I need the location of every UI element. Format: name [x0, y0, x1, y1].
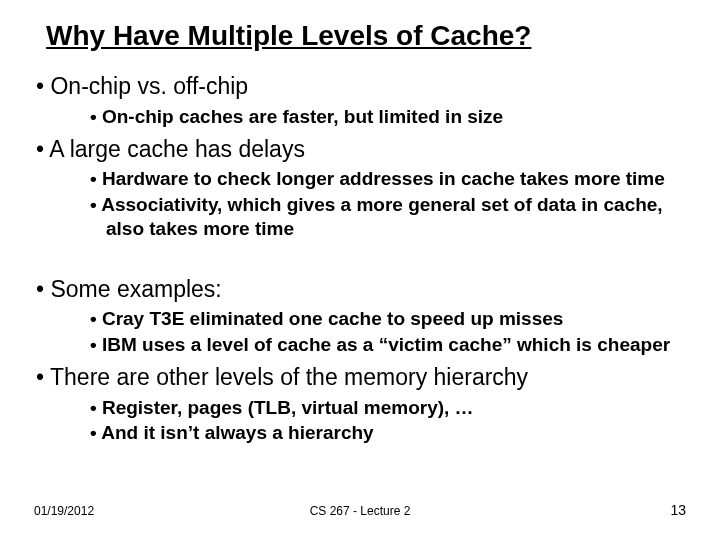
sub-item: IBM uses a level of cache as a “victim c…: [88, 333, 702, 357]
sub-list: Hardware to check longer addresses in ca…: [54, 167, 702, 240]
bullet-text: On-chip vs. off-chip: [50, 73, 248, 99]
sub-list: Cray T3E eliminated one cache to speed u…: [54, 307, 702, 357]
slide-title: Why Have Multiple Levels of Cache?: [46, 20, 531, 52]
sub-item: Associativity, which gives a more genera…: [88, 193, 702, 241]
bullet-item: There are other levels of the memory hie…: [30, 363, 702, 445]
sub-item: On-chip caches are faster, but limited i…: [88, 105, 702, 129]
sub-item: Register, pages (TLB, virtual memory), …: [88, 396, 702, 420]
bullet-text: Some examples:: [50, 276, 221, 302]
bullet-list: On-chip vs. off-chip On-chip caches are …: [30, 72, 702, 445]
sub-item: Cray T3E eliminated one cache to speed u…: [88, 307, 702, 331]
bullet-item: On-chip vs. off-chip On-chip caches are …: [30, 72, 702, 129]
sub-list: On-chip caches are faster, but limited i…: [54, 105, 702, 129]
sub-item: Hardware to check longer addresses in ca…: [88, 167, 702, 191]
bullet-item: Some examples: Cray T3E eliminated one c…: [30, 275, 702, 357]
bullet-text: A large cache has delays: [49, 136, 305, 162]
footer-center: CS 267 - Lecture 2: [0, 504, 720, 518]
sub-item: And it isn’t always a hierarchy: [88, 421, 702, 445]
bullet-text: There are other levels of the memory hie…: [50, 364, 528, 390]
bullet-item: A large cache has delays Hardware to che…: [30, 135, 702, 241]
footer-page-number: 13: [670, 502, 686, 518]
slide-content: On-chip vs. off-chip On-chip caches are …: [30, 72, 702, 447]
slide: Why Have Multiple Levels of Cache? On-ch…: [0, 0, 720, 540]
sub-list: Register, pages (TLB, virtual memory), ……: [54, 396, 702, 446]
